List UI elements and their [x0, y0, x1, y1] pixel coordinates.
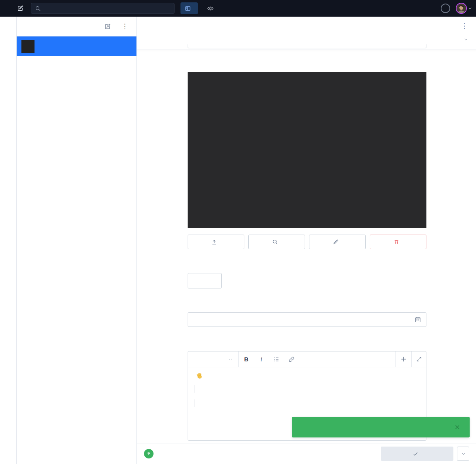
compose-icon[interactable]	[17, 5, 24, 12]
select-button[interactable]	[248, 235, 305, 249]
link-icon[interactable]	[284, 351, 299, 367]
notifications-badge[interactable]	[441, 4, 450, 13]
calendar-icon[interactable]	[415, 316, 421, 323]
main-image-photo	[188, 72, 426, 228]
search-icon	[35, 6, 41, 11]
body-link[interactable]	[194, 385, 195, 393]
check-icon	[413, 451, 418, 457]
tab-desk[interactable]	[180, 2, 198, 14]
bold-icon[interactable]: B	[239, 351, 254, 367]
add-category-button[interactable]	[188, 273, 222, 288]
document-footer	[137, 443, 476, 464]
content-rail	[0, 17, 17, 464]
body-link[interactable]	[194, 399, 195, 407]
editor-toolbar: B i	[188, 351, 426, 367]
upload-icon	[211, 239, 217, 245]
remove-button[interactable]	[370, 235, 426, 249]
document-menu-icon[interactable]: ⋮	[459, 22, 469, 30]
publish-menu-button[interactable]	[457, 447, 469, 461]
publish-button[interactable]	[381, 447, 453, 461]
chevron-down-icon	[468, 6, 472, 10]
publish-status	[144, 449, 157, 458]
eye-icon	[207, 5, 214, 12]
published-at-field	[188, 312, 426, 327]
new-document-icon[interactable]	[104, 23, 111, 30]
user-menu[interactable]	[456, 3, 472, 14]
tab-vision[interactable]	[203, 2, 221, 14]
search-icon	[272, 239, 278, 245]
bullet-list-icon[interactable]	[269, 351, 284, 367]
desk-icon	[185, 6, 191, 11]
style-selector[interactable]	[188, 351, 238, 367]
header-shadow	[137, 50, 476, 50]
upload-button[interactable]	[188, 235, 244, 249]
close-icon[interactable]	[454, 424, 461, 431]
trash-icon	[393, 239, 399, 245]
toast-published	[292, 417, 470, 437]
body-paragraph	[194, 385, 420, 393]
edit-button[interactable]	[309, 235, 366, 249]
body-paragraph	[194, 399, 420, 408]
chevron-down-icon	[464, 37, 468, 42]
search-box[interactable]	[31, 3, 175, 14]
image-actions	[188, 235, 426, 249]
published-at-input[interactable]	[188, 316, 415, 323]
published-status-icon	[144, 449, 154, 458]
wave-emoji-icon	[196, 372, 203, 379]
post-thumbnail	[21, 40, 35, 53]
insert-block-icon[interactable]	[396, 351, 411, 367]
sanity-studio: ⋮ ⋮	[0, 0, 476, 464]
document-pane: ⋮	[137, 17, 476, 464]
version-selector[interactable]	[137, 35, 476, 44]
body-paragraph	[194, 372, 420, 379]
italic-icon[interactable]: i	[254, 351, 269, 367]
post-panel-header: ⋮	[17, 17, 136, 36]
document-header: ⋮	[137, 17, 476, 35]
search-input[interactable]	[44, 5, 171, 11]
avatar[interactable]	[456, 3, 467, 14]
chevron-down-icon	[228, 357, 233, 362]
post-panel-menu-icon[interactable]: ⋮	[120, 22, 130, 31]
clipped-field[interactable]	[188, 44, 426, 48]
top-bar	[0, 0, 476, 17]
list-item-post[interactable]	[17, 36, 136, 56]
post-list-panel: ⋮	[17, 17, 137, 464]
pencil-icon	[333, 239, 339, 245]
editor-content[interactable]	[188, 367, 426, 418]
fullscreen-icon[interactable]	[412, 351, 426, 367]
chevron-down-icon	[461, 451, 466, 456]
